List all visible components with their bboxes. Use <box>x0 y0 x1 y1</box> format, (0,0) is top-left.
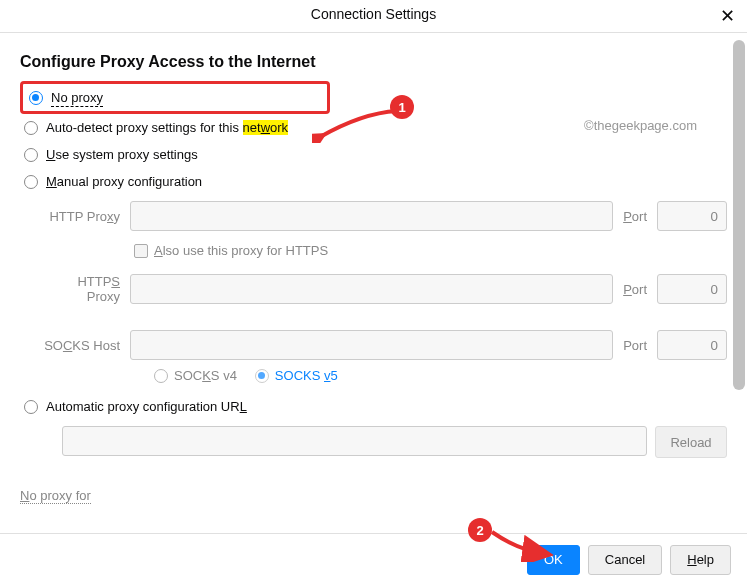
radio-icon <box>24 400 38 414</box>
socks-host-label: SOCKS Host <box>44 338 124 353</box>
https-proxy-row: HTTPS Proxy Port <box>44 274 727 304</box>
annotation-arrow-1 <box>312 103 402 143</box>
help-button[interactable]: Help <box>670 545 731 575</box>
close-icon: ✕ <box>720 7 735 25</box>
port-label: Port <box>619 338 651 353</box>
socks5-label: SOCKS v5 <box>275 368 338 383</box>
no-proxy-for-section: No proxy for <box>20 474 727 504</box>
radio-icon <box>24 121 38 135</box>
radio-icon <box>24 175 38 189</box>
checkbox-icon <box>134 244 148 258</box>
http-proxy-row: HTTP Proxy Port <box>44 201 727 231</box>
socks-version-row: SOCKS v4 SOCKS v5 <box>154 368 727 383</box>
radio-label-auto-url: Automatic proxy configuration URL <box>46 399 247 414</box>
manual-proxy-group: HTTP Proxy Port Also use this proxy for … <box>44 201 727 383</box>
close-button[interactable]: ✕ <box>715 4 739 28</box>
radio-icon <box>255 369 269 383</box>
https-proxy-label: HTTPS Proxy <box>44 274 124 304</box>
socks4-label: SOCKS v4 <box>174 368 237 383</box>
http-proxy-input[interactable] <box>130 201 613 231</box>
http-port-input[interactable] <box>657 201 727 231</box>
also-https-row[interactable]: Also use this proxy for HTTPS <box>134 243 727 258</box>
https-proxy-input[interactable] <box>130 274 613 304</box>
radio-row-no-proxy[interactable]: No proxy <box>20 81 330 114</box>
radio-icon <box>29 91 43 105</box>
radio-icon <box>24 148 38 162</box>
radio-icon <box>154 369 168 383</box>
pac-row: Reload <box>62 426 727 458</box>
pac-url-input[interactable] <box>62 426 647 456</box>
no-proxy-for-label: No proxy for <box>20 488 91 504</box>
socks-port-input[interactable] <box>657 330 727 360</box>
annotation-badge-1: 1 <box>390 95 414 119</box>
radio-label-manual: Manual proxy configuration <box>46 174 202 189</box>
dialog-footer: OK Cancel Help <box>0 533 747 585</box>
socks-host-row: SOCKS Host Port <box>44 330 727 360</box>
scroll-area: Configure Proxy Access to the Internet N… <box>0 33 747 523</box>
port-label: Port <box>619 209 651 224</box>
socks-host-input[interactable] <box>130 330 613 360</box>
radio-socks5[interactable]: SOCKS v5 <box>255 368 338 383</box>
dialog-title: Connection Settings <box>311 6 436 22</box>
reload-button[interactable]: Reload <box>655 426 727 458</box>
radio-socks4[interactable]: SOCKS v4 <box>154 368 237 383</box>
https-port-input[interactable] <box>657 274 727 304</box>
cancel-button[interactable]: Cancel <box>588 545 662 575</box>
radio-label-no-proxy: No proxy <box>51 90 103 105</box>
section-title: Configure Proxy Access to the Internet <box>20 53 727 71</box>
radio-row-auto-url[interactable]: Automatic proxy configuration URL <box>20 393 727 420</box>
http-proxy-label: HTTP Proxy <box>44 209 124 224</box>
port-label: Port <box>619 282 651 297</box>
annotation-arrow-2 <box>488 524 558 562</box>
also-https-label: Also use this proxy for HTTPS <box>154 243 328 258</box>
annotation-badge-2: 2 <box>468 518 492 542</box>
radio-label-auto-detect: Auto-detect proxy settings for this netw… <box>46 120 288 135</box>
radio-row-manual[interactable]: Manual proxy configuration <box>20 168 727 195</box>
radio-label-use-system: Use system proxy settings <box>46 147 198 162</box>
dialog-header: Connection Settings ✕ <box>0 0 747 33</box>
watermark: ©thegeekpage.com <box>584 118 697 133</box>
radio-row-use-system[interactable]: Use system proxy settings <box>20 141 727 168</box>
